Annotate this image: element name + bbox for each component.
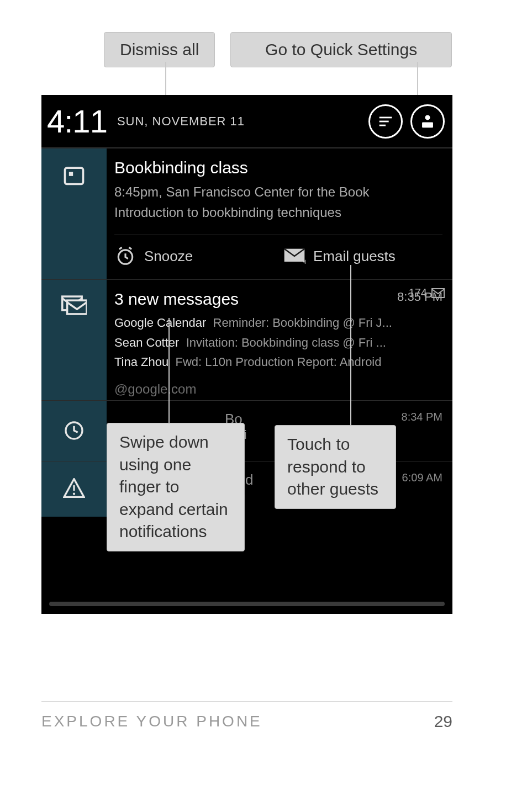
notification-messages[interactable]: 3 new messages 8:35 PM Google Calendar R… xyxy=(41,279,452,400)
mail-badge: 174 xyxy=(409,286,445,299)
svg-rect-5 xyxy=(65,168,83,184)
connector-line xyxy=(350,265,351,426)
clock-icon xyxy=(114,245,136,267)
quick-settings-icon[interactable] xyxy=(410,104,445,139)
notification-calendar[interactable]: Bookbinding class 8:45pm, San Francisco … xyxy=(41,148,452,279)
statusbar-date: SUN, NOVEMBER 11 xyxy=(117,114,245,129)
svg-rect-6 xyxy=(69,172,73,176)
notification-subtext: Introduction to bookbinding techniques xyxy=(114,202,442,222)
notification-title: 3 new messages xyxy=(114,290,442,309)
calendar-icon xyxy=(41,148,107,279)
label-dismiss-all: Dismiss all xyxy=(104,32,215,67)
statusbar-time: 4:11 xyxy=(47,103,107,140)
action-label: Snooze xyxy=(144,248,193,265)
svg-point-3 xyxy=(425,115,430,120)
action-email-guests[interactable]: + Email guests xyxy=(283,245,442,267)
notification-time: 6:09 AM xyxy=(402,471,442,484)
message-row: Sean Cotter Invitation: Bookbinding clas… xyxy=(114,333,442,352)
messages-icon xyxy=(41,280,107,400)
clock-icon xyxy=(41,401,107,461)
status-bar: 4:11 SUN, NOVEMBER 11 xyxy=(41,95,452,148)
svg-rect-4 xyxy=(422,122,433,128)
svg-text:+: + xyxy=(303,257,305,265)
notification-shade-screenshot: 4:11 SUN, NOVEMBER 11 Bookbinding class … xyxy=(41,95,452,614)
mail-icon: + xyxy=(283,245,305,267)
callout-swipe-down: Swipe down using one finger to expand ce… xyxy=(107,423,245,551)
notification-time: 8:34 PM xyxy=(402,411,442,423)
message-row: Tina Zhou Fwd: L10n Production Report: A… xyxy=(114,352,442,371)
notification-subtext: 8:45pm, San Francisco Center for the Boo… xyxy=(114,182,442,202)
page-number: 29 xyxy=(434,712,452,731)
callout-touch-respond: Touch to respond to other guests xyxy=(275,425,396,509)
notification-title: Bookbinding class xyxy=(114,158,442,177)
message-row: Google Calendar Reminder: Bookbinding @ … xyxy=(114,313,442,332)
label-go-quick-settings: Go to Quick Settings xyxy=(230,32,452,67)
warning-icon xyxy=(41,461,107,517)
account-hint: @google.com xyxy=(114,381,196,397)
footer-rule xyxy=(41,701,452,702)
scroll-indicator xyxy=(49,602,445,606)
svg-point-15 xyxy=(73,492,75,495)
svg-rect-11 xyxy=(67,301,87,315)
connector-line xyxy=(168,318,170,424)
action-snooze[interactable]: Snooze xyxy=(114,245,273,267)
footer-section-title: EXPLORE YOUR PHONE xyxy=(41,713,262,730)
dismiss-all-icon[interactable] xyxy=(368,104,403,139)
action-label: Email guests xyxy=(313,248,396,265)
